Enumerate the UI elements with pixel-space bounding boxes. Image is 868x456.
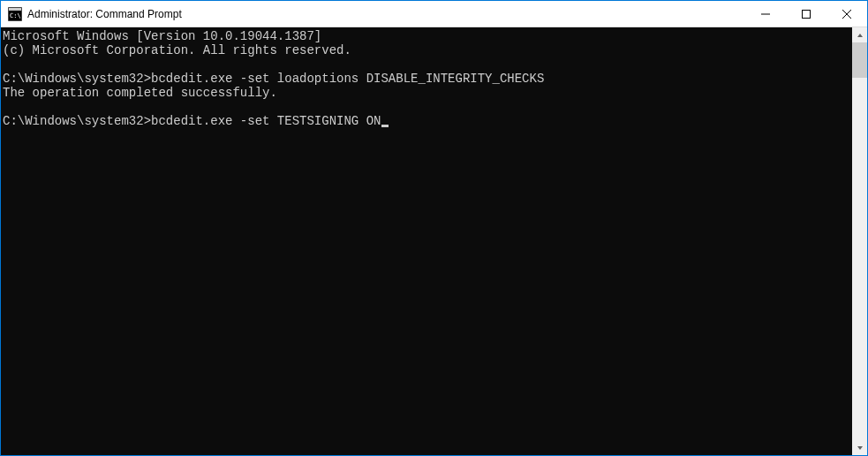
- terminal-line: The operation completed successfully.: [3, 86, 852, 100]
- titlebar-left: C:\ Administrator: Command Prompt: [1, 7, 182, 21]
- terminal-line: C:\Windows\system32>bcdedit.exe -set loa…: [3, 72, 852, 86]
- close-button[interactable]: [826, 1, 867, 27]
- svg-marker-7: [857, 34, 863, 37]
- svg-rect-1: [9, 8, 21, 11]
- terminal-line: [3, 100, 852, 114]
- scroll-track[interactable]: [852, 42, 867, 440]
- text-cursor: [381, 125, 389, 127]
- minimize-button[interactable]: [745, 1, 786, 27]
- vertical-scrollbar[interactable]: [852, 27, 867, 455]
- window-title: Administrator: Command Prompt: [27, 8, 182, 20]
- content-area: Microsoft Windows [Version 10.0.19044.13…: [1, 27, 867, 455]
- svg-text:C:\: C:\: [10, 12, 21, 19]
- terminal-line: [3, 57, 852, 72]
- window-controls: [745, 1, 867, 27]
- terminal-output[interactable]: Microsoft Windows [Version 10.0.19044.13…: [1, 27, 852, 455]
- titlebar[interactable]: C:\ Administrator: Command Prompt: [1, 1, 867, 27]
- scroll-down-button[interactable]: [852, 440, 867, 455]
- terminal-line: (c) Microsoft Corporation. All rights re…: [3, 43, 852, 57]
- terminal-line: Microsoft Windows [Version 10.0.19044.13…: [3, 29, 852, 43]
- cmd-icon: C:\: [8, 7, 22, 21]
- scroll-thumb[interactable]: [852, 42, 867, 78]
- maximize-button[interactable]: [786, 1, 826, 27]
- terminal-line: C:\Windows\system32>bcdedit.exe -set TES…: [3, 114, 852, 128]
- command-prompt-window: C:\ Administrator: Command Prompt Micros…: [0, 0, 868, 456]
- svg-marker-8: [857, 446, 863, 450]
- scroll-up-button[interactable]: [852, 27, 867, 42]
- svg-rect-4: [803, 10, 811, 18]
